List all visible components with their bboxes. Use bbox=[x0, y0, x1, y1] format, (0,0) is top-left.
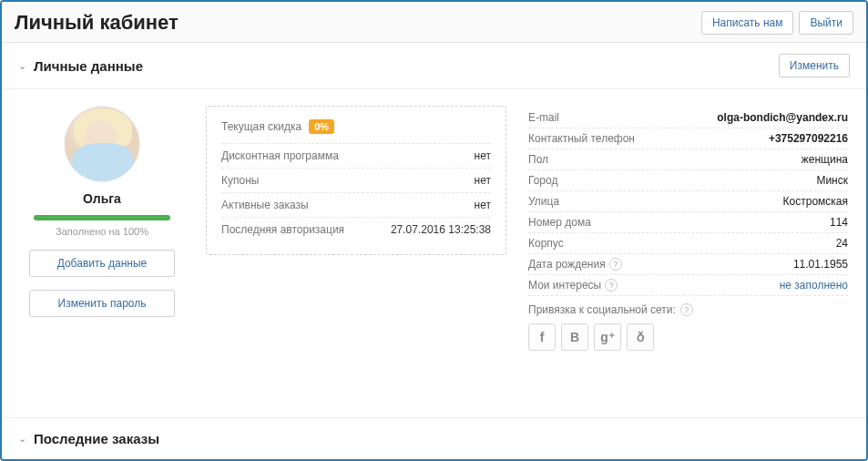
discount-row: Последняя авторизация 27.07.2016 13:25:3… bbox=[221, 217, 491, 241]
discount-row-value: нет bbox=[475, 149, 491, 162]
field-value: 114 bbox=[830, 216, 848, 229]
chevron-down-icon: ⌄ bbox=[18, 433, 26, 445]
discount-row: Активные заказы нет bbox=[221, 192, 491, 217]
field-city: Город Минск bbox=[528, 170, 848, 191]
profile-sidebar: Ольга Заполнено на 100% Добавить данные … bbox=[20, 106, 184, 354]
discount-row-label: Активные заказы bbox=[221, 199, 309, 211]
profile-completeness-fill bbox=[34, 215, 170, 220]
profile-completeness-bar bbox=[34, 215, 170, 220]
current-discount-label: Текущая скидка bbox=[221, 120, 301, 133]
help-icon[interactable]: ? bbox=[680, 303, 693, 316]
social-label: Привязка к социальной сети: ? bbox=[528, 303, 848, 316]
field-value: +375297092216 bbox=[769, 132, 848, 145]
current-discount-badge: 0% bbox=[309, 119, 334, 134]
field-label: Дата рождения ? bbox=[528, 258, 622, 271]
field-interests: Мои интересы ? не заполнено bbox=[528, 275, 848, 296]
field-gender: Пол женщина bbox=[528, 149, 848, 170]
profile-completeness-text: Заполнено на 100% bbox=[56, 226, 148, 237]
field-value: olga-bondich@yandex.ru bbox=[717, 111, 848, 124]
field-phone: Контактный телефон +375297092216 bbox=[528, 128, 848, 149]
field-label: Мои интересы ? bbox=[528, 279, 618, 292]
section-personal-title: Личные данные bbox=[34, 58, 143, 74]
help-icon[interactable]: ? bbox=[609, 258, 622, 271]
social-icons: f B g⁺ ǒ bbox=[528, 323, 848, 351]
discount-row-label: Дисконтная программа bbox=[221, 149, 339, 162]
field-street: Улица Костромская bbox=[528, 191, 848, 212]
help-icon[interactable]: ? bbox=[605, 279, 618, 292]
avatar[interactable] bbox=[64, 106, 140, 182]
change-password-button[interactable]: Изменить пароль bbox=[29, 290, 175, 317]
personal-content: Ольга Заполнено на 100% Добавить данные … bbox=[2, 89, 866, 382]
field-block: Корпус 24 bbox=[528, 233, 848, 254]
section-orders-header[interactable]: ⌄ Последние заказы bbox=[2, 417, 866, 459]
section-personal-toggle[interactable]: ⌄ Личные данные bbox=[18, 58, 143, 74]
field-label: Пол bbox=[528, 153, 548, 166]
field-value: 11.01.1955 bbox=[793, 258, 848, 271]
discount-row-value: нет bbox=[475, 174, 491, 187]
field-value: женщина bbox=[802, 153, 848, 166]
field-label-text: Дата рождения bbox=[528, 258, 606, 271]
field-label: Город bbox=[528, 174, 557, 187]
social-label-text: Привязка к социальной сети: bbox=[528, 303, 676, 316]
discount-row: Дисконтная программа нет bbox=[221, 143, 491, 168]
field-value-link[interactable]: не заполнено bbox=[780, 279, 848, 292]
discount-summary-box: Текущая скидка 0% Дисконтная программа н… bbox=[206, 106, 506, 255]
discount-row-value: 27.07.2016 13:25:38 bbox=[391, 223, 491, 236]
section-orders-title: Последние заказы bbox=[34, 431, 159, 446]
field-house: Номер дома 114 bbox=[528, 212, 848, 233]
field-value: Минск bbox=[816, 174, 848, 187]
page-title: Личный кабинет bbox=[15, 11, 179, 35]
account-window: Личный кабинет Написать нам Выйти ⌄ Личн… bbox=[0, 0, 868, 461]
vkontakte-icon[interactable]: B bbox=[561, 323, 588, 351]
write-us-button[interactable]: Написать нам bbox=[701, 11, 794, 35]
field-email: E-mail olga-bondich@yandex.ru bbox=[528, 108, 848, 128]
google-plus-icon[interactable]: g⁺ bbox=[594, 323, 621, 351]
field-label-text: Мои интересы bbox=[528, 279, 601, 292]
page-header: Личный кабинет Написать нам Выйти bbox=[2, 2, 866, 43]
odnoklassniki-icon[interactable]: ǒ bbox=[627, 323, 654, 351]
edit-personal-button[interactable]: Изменить bbox=[779, 54, 850, 77]
field-value: Костромская bbox=[783, 195, 848, 208]
field-label: Номер дома bbox=[528, 216, 591, 229]
logout-button[interactable]: Выйти bbox=[799, 11, 853, 35]
discount-row-value: нет bbox=[475, 199, 491, 211]
field-value: 24 bbox=[836, 237, 848, 250]
user-name: Ольга bbox=[83, 191, 121, 206]
profile-fields: E-mail olga-bondich@yandex.ru Контактный… bbox=[528, 106, 848, 354]
field-label: Контактный телефон bbox=[528, 132, 635, 145]
discount-row-label: Последняя авторизация bbox=[221, 223, 344, 236]
field-label: E-mail bbox=[528, 111, 559, 124]
social-section: Привязка к социальной сети: ? f B g⁺ ǒ bbox=[528, 296, 848, 354]
header-actions: Написать нам Выйти bbox=[701, 11, 853, 35]
field-label: Корпус bbox=[528, 237, 564, 250]
section-personal-header: ⌄ Личные данные Изменить bbox=[2, 43, 866, 89]
chevron-down-icon: ⌄ bbox=[18, 60, 26, 72]
add-data-button[interactable]: Добавить данные bbox=[29, 250, 175, 277]
field-label: Улица bbox=[528, 195, 559, 208]
discount-row-label: Купоны bbox=[221, 174, 259, 187]
discount-row: Купоны нет bbox=[221, 168, 491, 192]
field-dob: Дата рождения ? 11.01.1955 bbox=[528, 254, 848, 275]
facebook-icon[interactable]: f bbox=[528, 323, 556, 351]
